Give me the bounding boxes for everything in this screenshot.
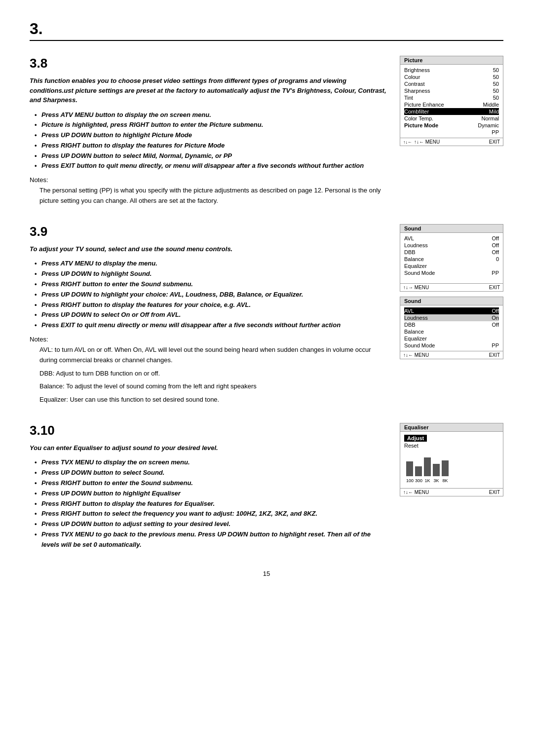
menu-row: Sharpness 50 xyxy=(404,87,499,94)
eq-bar xyxy=(424,457,431,476)
sound-panel-2: Sound AVL Off Loudness On DBB Off xyxy=(400,297,503,359)
eq-bar-group xyxy=(442,460,449,476)
section-39-note-equalizer: Equalizer: User can use this function to… xyxy=(30,395,390,405)
menu-row-avl-selected: AVL Off xyxy=(404,307,499,314)
bullet-item: Press UP DOWN to highlight Sound. xyxy=(35,269,390,279)
eq-freq-label: 1K xyxy=(424,478,431,483)
bullet-item: Press EXIT to quit menu directly or menu… xyxy=(35,320,390,331)
picture-panel: Picture Brightness 50 Colour 50 Contrast… xyxy=(400,56,503,151)
equaliser-title: Equaliser xyxy=(400,423,503,432)
eq-bar-group xyxy=(433,464,440,476)
bullet-item: Press RIGHT button to enter the Sound su… xyxy=(35,478,390,489)
eq-bar-group xyxy=(406,461,413,476)
section-39-note-dbb: DBB: Adjust to turn DBB function on or o… xyxy=(30,369,390,379)
eq-reset-label: Reset xyxy=(404,443,499,449)
eq-freq-label: 3K xyxy=(433,478,440,483)
eq-bar-group xyxy=(415,466,422,476)
section-39-notes-label: Notes: xyxy=(30,336,390,343)
menu-row: Contrast 50 xyxy=(404,80,499,87)
menu-row: PP xyxy=(404,129,499,136)
bullet-item: Press TVX MENU to go back to the previou… xyxy=(35,529,390,550)
bullet-item: Press RIGHT button to enter the Sound su… xyxy=(35,279,390,290)
eq-bar xyxy=(406,461,413,476)
section-39-number: 3.9 xyxy=(30,224,390,239)
eq-bar xyxy=(433,464,440,476)
sound-panel-1-footer: ↑↓→ MENU EXIT xyxy=(400,283,503,291)
menu-row: Tint 50 xyxy=(404,94,499,101)
eq-freq-labels: 100 300 1K 3K 8K xyxy=(404,478,499,483)
menu-row-balance: Balance 0 xyxy=(404,256,499,263)
equaliser-panel: Equaliser Adjust Reset xyxy=(400,423,503,496)
section-38-notes-text: The personal setting (PP) is what you sp… xyxy=(30,186,390,206)
menu-row-avl: AVL Off xyxy=(404,235,499,242)
menu-row-equalizer: Equalizer xyxy=(404,335,499,342)
bullet-item: Press RIGHT button to display the featur… xyxy=(35,300,390,310)
menu-row-equalizer: Equalizer xyxy=(404,263,499,269)
bullet-item: Press UP DOWN button to highlight Equali… xyxy=(35,489,390,499)
equaliser-footer: ↑↓← MENU EXIT xyxy=(400,488,503,496)
bullet-item: Press UP DOWN to select On or Off from A… xyxy=(35,310,390,320)
section-38-notes-label: Notes: xyxy=(30,176,390,184)
eq-freq-label: 300 xyxy=(415,478,422,483)
bullet-item: Picture is highlighted, press RIGHT butt… xyxy=(35,120,390,130)
section-3-number: 3. xyxy=(30,20,503,41)
sound-panel-1: Sound AVL Off Loudness Off DBB Off xyxy=(400,224,503,292)
bullet-item: Press ATV MENU button to display the on … xyxy=(35,110,390,120)
menu-row-balance: Balance xyxy=(404,328,499,335)
menu-row-soundmode: Sound Mode PP xyxy=(404,342,499,349)
section-310-intro: You can enter Equaliser to adjust sound … xyxy=(30,443,390,453)
bullet-item: Press UP DOWN to highlight your choice: … xyxy=(35,290,390,300)
section-39-note-balance: Balance: To adjust the level of sound co… xyxy=(30,381,390,392)
bullet-item: Press TVX MENU to display the on screen … xyxy=(35,457,390,468)
bullet-item: Press EXIT button to quit menu directly,… xyxy=(35,161,390,171)
section-310-number: 3.10 xyxy=(30,423,390,438)
section-39-bullets: Press ATV MENU to display the menu. Pres… xyxy=(30,259,390,331)
section-38-number: 3.8 xyxy=(30,56,390,71)
menu-row: Color Temp. Normal xyxy=(404,115,499,122)
menu-row: Brightness 50 xyxy=(404,67,499,74)
bullet-item: Press UP DOWN button to select Sound. xyxy=(35,468,390,478)
menu-row-picture-mode: Picture Mode Dynamic xyxy=(404,122,499,129)
menu-row: Colour 50 xyxy=(404,74,499,80)
section-39-note-avl: AVL: to turn AVL on or off. When On, AVL… xyxy=(30,345,390,366)
menu-row-dbb: DBB Off xyxy=(404,321,499,328)
section-38-bullets: Press ATV MENU button to display the on … xyxy=(30,110,390,172)
bullet-item: Press UP DOWN button to adjust setting t… xyxy=(35,519,390,529)
menu-row-soundmode: Sound Mode PP xyxy=(404,269,499,276)
bullet-item: Press RIGHT button to select the frequen… xyxy=(35,509,390,519)
picture-panel-footer: ↑↓← ↑↓← MENU EXIT xyxy=(400,138,503,146)
bullet-item: Press UP DOWN button to highlight Pictur… xyxy=(35,130,390,141)
eq-bar xyxy=(415,466,422,476)
page-number: 15 xyxy=(30,570,503,577)
eq-adjust-label: Adjust xyxy=(404,435,427,442)
eq-adjust-row: Adjust xyxy=(404,435,499,442)
bullet-item: Press RIGHT button to display the featur… xyxy=(35,499,390,509)
menu-row-combfilter: Combfilter Mild xyxy=(404,108,499,115)
sound-panel-2-footer: ↑↓← MENU EXIT xyxy=(400,351,503,359)
sound-panels: Sound AVL Off Loudness Off DBB Off xyxy=(400,224,503,408)
eq-freq-label: 100 xyxy=(406,478,413,483)
menu-row-loudness: Loudness Off xyxy=(404,242,499,249)
sound-panel-1-title: Sound xyxy=(400,225,503,233)
picture-panel-title: Picture xyxy=(400,56,503,65)
eq-freq-label: 8K xyxy=(442,478,449,483)
bullet-item: Press UP DOWN button to select Mild, Nor… xyxy=(35,151,390,161)
eq-bars xyxy=(404,452,499,476)
menu-row: Picture Enhance Middle xyxy=(404,101,499,108)
menu-row-dbb: DBB Off xyxy=(404,249,499,256)
section-39-intro: To adjust your TV sound, select and use … xyxy=(30,244,390,254)
bullet-item: Press RIGHT button to display the featur… xyxy=(35,141,390,151)
eq-bar xyxy=(442,460,449,476)
menu-row-loudness-on: Loudness On xyxy=(404,314,499,321)
section-310-bullets: Press TVX MENU to display the on screen … xyxy=(30,457,390,550)
sound-panel-2-title: Sound xyxy=(400,297,503,305)
section-38-intro: This function enables you to choose pres… xyxy=(30,76,390,105)
eq-bar-group xyxy=(424,457,431,476)
bullet-item: Press ATV MENU to display the menu. xyxy=(35,259,390,269)
